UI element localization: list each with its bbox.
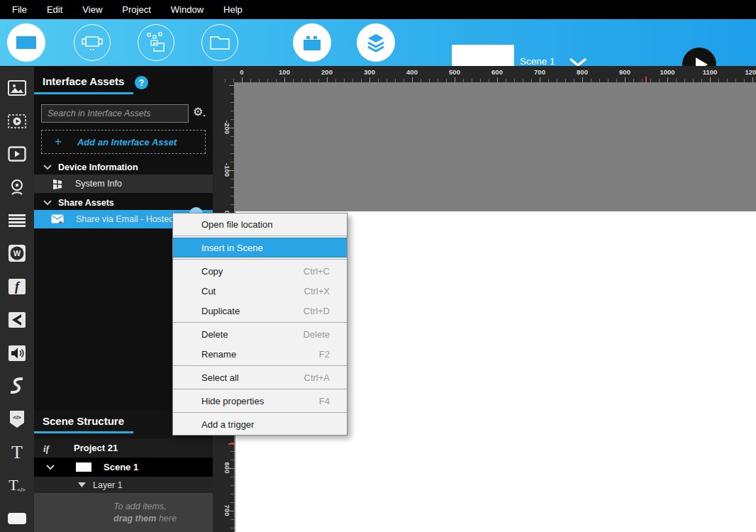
ruler-label: 600	[223, 461, 231, 475]
menu-help[interactable]: Help	[213, 0, 252, 19]
menu-edit[interactable]: Edit	[37, 0, 72, 19]
flash-asset-icon[interactable]: f	[7, 277, 27, 297]
menu-item-cut[interactable]: Cut Ctrl+X	[173, 281, 347, 301]
menu-item-delete[interactable]: Delete Delete	[173, 324, 347, 344]
menu-item-select-all[interactable]: Select all Ctrl+A	[173, 367, 347, 387]
add-interface-asset-label: Add an Interface Asset	[77, 137, 177, 148]
menu-view[interactable]: View	[72, 0, 112, 19]
menu-separator	[173, 259, 347, 260]
menu-shortcut: Ctrl+D	[304, 306, 330, 316]
menu-item-add-a-trigger[interactable]: Add a trigger	[173, 414, 347, 434]
scene-icon	[76, 462, 91, 472]
draw-asset-icon[interactable]	[7, 376, 27, 396]
title-underline	[34, 92, 133, 94]
ruler-label: 1200	[738, 68, 756, 76]
section-label: Share Assets	[58, 198, 114, 208]
menu-shortcut: F2	[319, 349, 330, 360]
layer-drop-zone[interactable]: To add items, drag them here	[34, 493, 213, 532]
svg-text:</>: </>	[17, 487, 26, 493]
menu-project[interactable]: Project	[112, 0, 160, 19]
menu-shortcut: Ctrl+X	[304, 286, 330, 297]
application-window: File Edit View Project Window Help	[0, 0, 756, 532]
menu-item-hide-properties[interactable]: Hide properties F4	[173, 391, 347, 411]
tree-item-layer[interactable]: Layer 1	[34, 477, 213, 493]
menu-item-open-file-location[interactable]: Open file location	[173, 214, 347, 234]
menu-item-duplicate[interactable]: Duplicate Ctrl+D	[173, 301, 347, 321]
ruler-label: 1100	[696, 68, 724, 76]
ruler-label: -100	[223, 163, 231, 177]
menu-item-label: Copy	[201, 266, 223, 277]
experience-icon[interactable]	[74, 24, 111, 61]
button-asset-icon[interactable]	[7, 509, 27, 528]
folder-icon[interactable]	[201, 24, 238, 61]
menu-separator	[173, 322, 347, 323]
ruler-label: 700	[526, 68, 554, 76]
tree-item-project[interactable]: if Project 21	[34, 438, 213, 458]
ruler-label: 300	[355, 68, 384, 76]
svg-text:</>: </>	[13, 414, 21, 421]
chevron-down-icon	[46, 464, 55, 470]
collection-icon[interactable]	[138, 24, 174, 61]
search-input[interactable]	[41, 104, 189, 123]
project-icon: if	[41, 443, 51, 454]
ruler-label: 600	[483, 68, 511, 76]
menu-window[interactable]: Window	[161, 0, 213, 19]
menu-item-label: Rename	[201, 349, 236, 360]
layers-icon[interactable]	[357, 23, 395, 62]
title-underline	[34, 431, 133, 433]
menu-item-label: Select all	[201, 372, 239, 383]
video-asset-icon[interactable]	[7, 111, 27, 131]
menu-item-label: Duplicate	[201, 306, 240, 316]
ruler-label: 500	[440, 68, 469, 76]
html-asset-icon[interactable]: </>	[7, 409, 27, 429]
menu-separator	[173, 365, 347, 366]
menu-shortcut: Ctrl+A	[304, 372, 330, 383]
menu-file[interactable]: File	[2, 0, 37, 19]
text-asset-icon[interactable]: T	[7, 443, 27, 462]
context-menu: Open file location Insert in Scene Copy …	[172, 213, 348, 436]
asset-toolbar: W f	[0, 66, 34, 532]
ruler-label: 800	[568, 68, 596, 76]
scene-structure-title: Scene Structure	[43, 415, 124, 427]
add-interface-asset-button[interactable]: + Add an Interface Asset	[41, 130, 206, 154]
menu-item-label: Add a trigger	[201, 419, 254, 430]
word-asset-icon[interactable]: W	[7, 243, 27, 263]
menu-shortcut: Ctrl+C	[304, 266, 330, 277]
asset-label: Share via Email - Hosted	[76, 214, 174, 224]
rich-text-asset-icon[interactable]: T </>	[7, 475, 27, 495]
section-device-information[interactable]: Device Information	[34, 160, 213, 174]
scene-selector-label[interactable]: Scene 1	[520, 56, 555, 67]
help-icon[interactable]: ?	[135, 76, 148, 89]
menu-item-insert-in-scene[interactable]: Insert in Scene	[173, 238, 347, 257]
scenes-icon[interactable]	[293, 23, 331, 62]
menu-separator	[173, 389, 347, 389]
3d-asset-icon[interactable]	[7, 310, 27, 330]
gear-icon[interactable]: ⚙	[193, 105, 206, 118]
chevron-down-icon	[43, 164, 52, 170]
audio-asset-icon[interactable]	[7, 343, 27, 363]
menu-shortcut: F4	[319, 396, 330, 406]
menu-separator	[173, 235, 347, 236]
menu-separator	[173, 412, 347, 413]
menu-item-copy[interactable]: Copy Ctrl+C	[173, 261, 347, 281]
display-icon[interactable]	[7, 23, 45, 62]
asset-row-system-info[interactable]: System Info	[34, 174, 213, 193]
webcam-asset-icon[interactable]	[7, 177, 27, 197]
email-icon	[51, 214, 65, 224]
image-asset-icon[interactable]	[7, 78, 27, 98]
ruler-horizontal: 0100200300400500600700800900100011001200	[220, 68, 756, 82]
section-share-assets[interactable]: Share Assets	[34, 195, 213, 210]
main-toolbar: 1 Scene 1	[0, 19, 756, 66]
ruler-label: -200	[223, 121, 231, 135]
text-document-asset-icon[interactable]	[7, 211, 27, 231]
ruler-label: 900	[611, 68, 639, 76]
menu-item-label: Open file location	[201, 219, 272, 230]
tree-item-scene[interactable]: Scene 1	[34, 458, 213, 477]
asset-label: System Info	[75, 179, 122, 189]
svg-text:if: if	[43, 443, 50, 454]
video-player-asset-icon[interactable]	[7, 144, 27, 164]
ruler-label: 400	[398, 68, 426, 76]
menu-bar: File Edit View Project Window Help	[0, 0, 756, 19]
drop-hint-line1: To add items,	[113, 501, 213, 513]
menu-item-rename[interactable]: Rename F2	[173, 344, 347, 364]
